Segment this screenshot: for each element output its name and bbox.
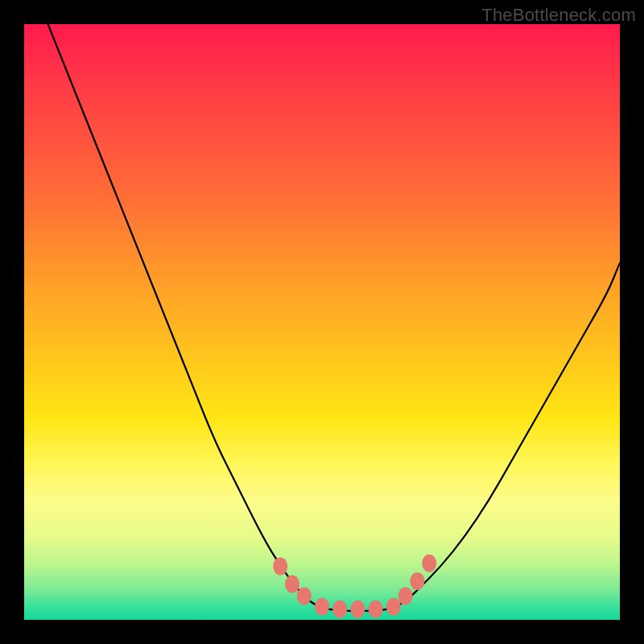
valley-marker [273,557,287,575]
plot-area [24,24,620,620]
curve-group [48,24,620,611]
curve-svg [24,24,620,620]
valley-marker [398,587,413,605]
valley-marker [410,572,424,590]
valley-marker [350,601,365,618]
valley-marker [285,576,299,593]
valley-marker [386,598,401,616]
marker-group [273,555,436,618]
chart-frame: TheBottleneck.com [0,0,644,644]
valley-marker [332,601,347,618]
watermark-text: TheBottleneck.com [481,5,636,26]
valley-marker [369,601,383,618]
valley-marker [315,598,329,616]
valley-marker [297,587,312,605]
left-curve-path [48,24,322,608]
valley-marker [422,555,436,572]
